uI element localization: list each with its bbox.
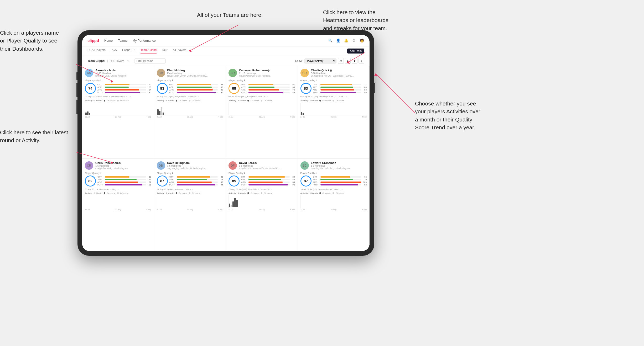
putt-value: 85 (147, 91, 151, 94)
player-handicap: 6-10 Handicap (311, 72, 367, 74)
putt-label: PUTT (97, 184, 104, 186)
quality-score[interactable]: 87 (300, 175, 311, 187)
latest-round[interactable]: 26 Aug 23: 84 (+12), Royal North Devon G… (228, 188, 295, 190)
verified-badge: ✓ (267, 70, 269, 72)
arg-value: 83 (362, 89, 367, 91)
tab-team-clippd[interactable]: Team Clippd (141, 48, 157, 54)
latest-round[interactable]: 04 Sep 23: Mobility with coach, Gym → (157, 188, 223, 190)
activity-legend: On course Off course (319, 192, 344, 194)
player-header: BM Blair McHarg Plus Handicap Royal Nort… (157, 69, 223, 77)
filter-button[interactable]: ▼ (352, 58, 357, 64)
player-name[interactable]: Edward Crossman (311, 161, 367, 164)
chart-label-start: 31 Jul (228, 209, 233, 210)
tab-hcaps[interactable]: Hcaps 1-5 (122, 48, 135, 54)
notifications-icon[interactable]: 🔔 (344, 38, 349, 43)
player-club: Sunningdale Golf Club, United Kingdom (311, 167, 367, 170)
latest-round[interactable]: 18 Jul 23: 74 (+3), Sunningdale GC - Old… (300, 188, 367, 190)
nav-teams[interactable]: Teams (118, 39, 127, 42)
player-name[interactable]: Aaron Nicholls (95, 69, 151, 72)
quality-score[interactable]: 85 (228, 175, 240, 187)
stat-row-ott: OTT 60 (97, 83, 151, 86)
quality-label: Player Quality ℹ (228, 79, 295, 82)
filter-search-input[interactable] (134, 58, 166, 63)
activity-chart (85, 103, 151, 115)
add-team-button[interactable]: Add Team (347, 49, 364, 54)
quality-score[interactable]: 68 (228, 83, 240, 94)
player-name[interactable]: Charlie Quick✓ (311, 69, 367, 72)
quality-score[interactable]: 74 (85, 83, 96, 94)
quality-score[interactable]: 87 (157, 175, 168, 187)
putt-bar (320, 92, 356, 93)
player-club: Royal Perth Golf Club, Australia (239, 74, 295, 77)
stat-row-app: APP 74 (169, 178, 223, 181)
grid-view-button[interactable]: ⊞ (338, 58, 344, 64)
settings-icon[interactable]: ⚙ (352, 38, 356, 43)
quality-score[interactable]: 82 (85, 175, 96, 187)
edit-team-icon[interactable]: ✏ (127, 60, 129, 62)
tab-all-players[interactable]: All Players (173, 48, 186, 54)
activity-legend: On course Off course (104, 192, 128, 194)
app-bar (177, 179, 207, 180)
latest-round[interactable]: 26 Aug 23: 73 (+1), Royal North Devon GC… (157, 95, 223, 98)
nav-my-performance[interactable]: My Performance (133, 39, 156, 42)
putt-label: PUTT (241, 184, 247, 186)
annotation-latest-round: Click here to see their latestround or A… (0, 129, 68, 145)
app-label: APP (313, 178, 319, 181)
sort-button[interactable]: ↕ (359, 58, 364, 64)
player-card: BM Blair McHarg Plus Handicap Royal Nort… (154, 66, 226, 159)
quality-label: Player Quality ℹ (300, 79, 367, 82)
arg-bar (105, 89, 139, 91)
putt-label: PUTT (169, 91, 176, 94)
player-avatar: DF (228, 161, 237, 170)
chart-bar (161, 107, 162, 115)
player-info: Blair McHarg Plus Handicap Royal North D… (167, 69, 223, 77)
ott-bar-container (105, 176, 146, 178)
chart-bar (229, 204, 230, 207)
on-course-legend-dot (176, 100, 177, 102)
search-icon[interactable]: 🔍 (328, 38, 333, 43)
profile-icon[interactable]: 👤 (336, 38, 341, 43)
player-name[interactable]: Dave Billingham (167, 161, 223, 164)
tab-pga[interactable]: PGA (111, 48, 117, 54)
player-name[interactable]: Cameron Robertson✓ (239, 69, 295, 72)
latest-round[interactable]: 02 Jul 23: 59 (+17), Craigmillar Park GC… (228, 95, 295, 98)
player-header: DB Dave Billingham 1-5 Handicap Sag Magi… (157, 161, 223, 170)
chart-label-mid: 21 Aug (187, 209, 193, 210)
chart-label-mid: 21 Aug (331, 209, 336, 210)
quality-label: Player Quality ℹ (300, 172, 367, 174)
player-name[interactable]: David Ford✓ (239, 161, 295, 164)
app-value: 77 (147, 178, 151, 181)
annotation-dashboards: Click on a players nameor Player Quality… (0, 29, 59, 53)
latest-round[interactable]: 05 Mar 23: 19, Must make putting → (85, 188, 151, 190)
chart-label-end: 4 Sep (290, 116, 295, 118)
on-course-legend-dot (104, 192, 105, 194)
activity-title: Activity · 1 Month (228, 192, 246, 194)
quality-score[interactable]: 83 (300, 83, 311, 94)
latest-round[interactable]: 07 Aug 23: 77 (+7), St George's Hill GC … (300, 95, 367, 98)
arg-value: 88 (219, 89, 223, 91)
stat-row-putt: PUTT 94 (169, 184, 223, 186)
activity-title: Activity · 1 Month (157, 99, 174, 102)
arg-label: ARG (241, 89, 247, 91)
chart-label-end: 4 Sep (146, 116, 151, 118)
show-label: Show: (295, 60, 303, 62)
stat-row-arg: ARG 75 (241, 89, 295, 91)
player-avatar: AN (85, 69, 93, 77)
tab-pgat-players[interactable]: PGAT Players (87, 48, 106, 54)
quality-score[interactable]: 93 (157, 83, 168, 94)
team-count: 14 Players (111, 59, 124, 62)
player-name[interactable]: Blair McHarg (167, 69, 223, 72)
player-name[interactable]: Chris Robertson✓ (95, 161, 151, 164)
ott-bar-container (105, 84, 146, 85)
tab-tour[interactable]: Tour (162, 48, 167, 54)
nav-home[interactable]: Home (104, 39, 113, 42)
show-select[interactable]: Player Activity Quality Score Trend (304, 58, 336, 63)
stat-row-app: APP 58 (97, 86, 151, 88)
list-view-button[interactable]: ≡ (345, 58, 351, 64)
avatar-icon[interactable]: 🧑 (360, 38, 364, 43)
latest-round[interactable]: 02 Sep 23: Sunset round to get back into… (85, 95, 151, 98)
putt-bar-container (320, 184, 362, 185)
ott-value: 61 (291, 83, 295, 86)
app-bar (248, 87, 274, 88)
app-value: 80 (291, 178, 295, 181)
